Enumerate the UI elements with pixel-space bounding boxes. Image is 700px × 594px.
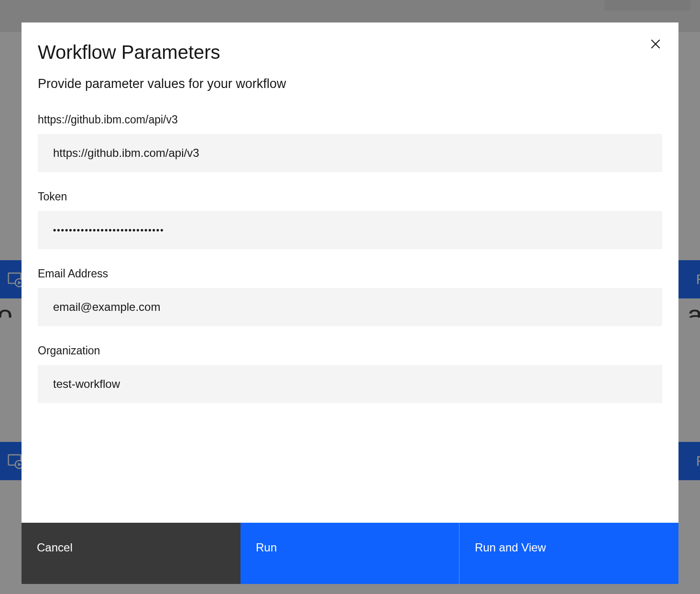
form-group-email: Email Address xyxy=(38,267,662,326)
modal-body: https://github.ibm.com/api/v3 Token Emai… xyxy=(22,91,678,523)
token-input[interactable] xyxy=(38,211,662,249)
cancel-button-label: Cancel xyxy=(37,541,73,554)
form-group-api-url: https://github.ibm.com/api/v3 xyxy=(38,113,662,172)
close-button[interactable] xyxy=(646,35,665,54)
form-group-token: Token xyxy=(38,190,662,249)
modal-subtitle: Provide parameter values for your workfl… xyxy=(22,63,678,91)
token-label: Token xyxy=(38,190,662,203)
modal-header: Workflow Parameters xyxy=(22,22,678,63)
modal-title: Workflow Parameters xyxy=(38,42,662,63)
email-label: Email Address xyxy=(38,267,662,280)
cancel-button[interactable]: Cancel xyxy=(22,523,241,584)
form-group-organization: Organization xyxy=(38,344,662,403)
organization-input[interactable] xyxy=(38,365,662,403)
run-and-view-button-label: Run and View xyxy=(475,541,546,554)
modal-footer: Cancel Run Run and View xyxy=(22,523,678,584)
run-button[interactable]: Run xyxy=(241,523,459,584)
run-and-view-button[interactable]: Run and View xyxy=(459,523,678,584)
api-url-label: https://github.ibm.com/api/v3 xyxy=(38,113,662,126)
organization-label: Organization xyxy=(38,344,662,357)
workflow-parameters-modal: Workflow Parameters Provide parameter va… xyxy=(22,22,678,584)
close-icon xyxy=(650,38,661,51)
run-button-label: Run xyxy=(256,541,277,554)
email-input[interactable] xyxy=(38,288,662,326)
api-url-input[interactable] xyxy=(38,134,662,172)
